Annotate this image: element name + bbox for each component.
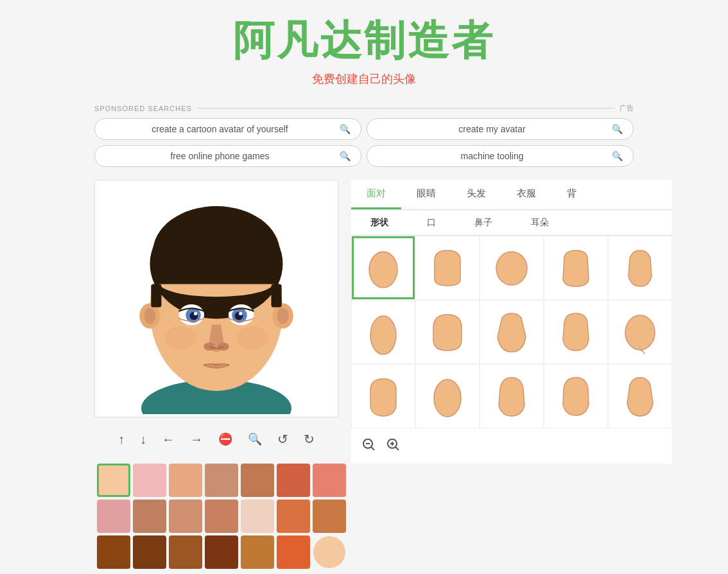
skin-color-4[interactable]	[205, 464, 238, 497]
main-content: ↑ ↓ ← → ⛔ 🔍 ↺ ↻	[43, 180, 685, 571]
search-grid: create a cartoon avatar of yourself 🔍 cr…	[94, 118, 634, 167]
sponsored-section: SPONSORED SEARCHES 广告 create a cartoon a…	[43, 103, 685, 167]
move-down-button[interactable]: ↓	[136, 429, 150, 449]
face-shape-10[interactable]	[609, 300, 672, 363]
skin-color-3[interactable]	[169, 464, 202, 497]
face-shape-5[interactable]	[609, 236, 672, 299]
page-header: 阿凡达制造者 免费创建自己的头像	[0, 0, 728, 93]
sub-tab-nose[interactable]: 鼻子	[455, 211, 512, 235]
svg-point-27	[625, 315, 655, 350]
skin-color-16[interactable]	[133, 535, 166, 569]
skin-color-19[interactable]	[241, 535, 274, 569]
skin-color-17[interactable]	[169, 535, 202, 569]
skin-color-14[interactable]	[313, 500, 346, 533]
face-shape-7[interactable]	[416, 300, 479, 363]
face-shape-8[interactable]	[480, 300, 543, 363]
svg-point-6	[277, 308, 289, 324]
search-item-2[interactable]: create my avatar 🔍	[367, 118, 634, 140]
search-icon-3: 🔍	[340, 151, 351, 161]
tab-face[interactable]: 面对	[351, 180, 401, 209]
skin-color-13[interactable]	[277, 500, 310, 533]
skin-color-12[interactable]	[241, 500, 274, 533]
search-text-3: free online phone games	[105, 151, 334, 161]
face-shape-14[interactable]	[544, 365, 607, 428]
sponsored-header: SPONSORED SEARCHES 广告	[94, 103, 634, 113]
skin-color-10[interactable]	[169, 500, 202, 533]
svg-point-16	[194, 312, 197, 315]
tab-back[interactable]: 背	[551, 180, 592, 209]
tab-hair[interactable]: 头发	[451, 180, 501, 209]
sub-tab-shape[interactable]: 形状	[351, 211, 408, 235]
skin-color-15[interactable]	[97, 535, 130, 569]
svg-point-20	[164, 326, 196, 349]
tab-clothes[interactable]: 衣服	[501, 180, 551, 209]
sponsored-ad-label: 广告	[620, 103, 634, 113]
search-text-1: create a cartoon avatar of yourself	[105, 124, 334, 134]
sub-tab-mouth[interactable]: 口	[408, 211, 455, 235]
grid-zoom-out-button[interactable]	[359, 435, 378, 457]
skin-color-palette	[94, 461, 338, 571]
svg-point-5	[144, 308, 156, 324]
search-text-2: create my avatar	[377, 124, 607, 134]
page-subtitle: 免费创建自己的头像	[0, 71, 728, 87]
face-shape-6[interactable]	[352, 300, 415, 363]
undo-button[interactable]: ↺	[273, 429, 292, 449]
zoom-in-button[interactable]: 🔍	[244, 429, 266, 449]
sponsored-divider	[197, 108, 614, 109]
face-shape-2[interactable]	[416, 236, 479, 299]
redo-button[interactable]: ↻	[300, 429, 318, 449]
editor-tabs: 面对 眼睛 头发 衣服 背	[351, 180, 672, 210]
grid-zoom-in-button[interactable]	[383, 435, 403, 457]
zoom-controls	[351, 428, 672, 464]
svg-rect-22	[151, 284, 161, 308]
svg-point-26	[370, 316, 396, 354]
face-shape-12[interactable]	[416, 365, 479, 428]
sub-tabs: 形状 口 鼻子 耳朵	[351, 211, 672, 236]
move-left-button[interactable]: ←	[158, 429, 178, 449]
skin-color-circle[interactable]	[313, 536, 345, 568]
face-shape-4[interactable]	[544, 236, 607, 299]
face-shape-11[interactable]	[352, 365, 415, 428]
sponsored-label: SPONSORED SEARCHES	[94, 105, 192, 112]
tab-eyes[interactable]: 眼睛	[401, 180, 451, 209]
face-shape-1[interactable]	[352, 236, 415, 299]
skin-color-11[interactable]	[205, 500, 238, 533]
face-shape-grid	[351, 236, 672, 428]
svg-point-21	[236, 326, 268, 349]
search-item-4[interactable]: machine tooling 🔍	[367, 145, 634, 167]
skin-color-1[interactable]	[97, 464, 130, 497]
avatar-display	[94, 180, 338, 417]
skin-color-6[interactable]	[277, 464, 310, 497]
skin-color-8[interactable]	[97, 500, 130, 533]
search-icon-4: 🔍	[612, 151, 623, 161]
svg-point-25	[496, 252, 527, 285]
face-shape-15[interactable]	[609, 365, 672, 428]
svg-point-24	[369, 252, 397, 288]
search-item-1[interactable]: create a cartoon avatar of yourself 🔍	[94, 118, 361, 140]
avatar-panel: ↑ ↓ ← → ⛔ 🔍 ↺ ↻	[94, 180, 338, 571]
avatar-controls: ↑ ↓ ← → ⛔ 🔍 ↺ ↻	[94, 424, 338, 455]
face-shape-9[interactable]	[544, 300, 607, 363]
sub-tab-ear[interactable]: 耳朵	[512, 211, 568, 235]
skin-color-5[interactable]	[241, 464, 274, 497]
move-right-button[interactable]: →	[186, 429, 207, 449]
face-shape-3[interactable]	[480, 236, 543, 299]
search-icon-1: 🔍	[340, 124, 351, 134]
svg-point-28	[434, 379, 461, 417]
move-up-button[interactable]: ↑	[114, 429, 128, 449]
page-title: 阿凡达制造者	[0, 13, 728, 69]
face-shape-13[interactable]	[480, 365, 543, 428]
search-icon-2: 🔍	[612, 124, 623, 134]
avatar-svg	[101, 183, 332, 414]
svg-point-17	[239, 312, 242, 315]
skin-color-20[interactable]	[277, 535, 310, 569]
skin-color-7[interactable]	[313, 464, 346, 497]
zoom-out-button[interactable]: ⛔	[214, 429, 236, 449]
search-item-3[interactable]: free online phone games 🔍	[94, 145, 361, 167]
search-text-4: machine tooling	[377, 151, 607, 161]
svg-line-35	[395, 447, 399, 450]
skin-color-18[interactable]	[205, 535, 238, 569]
skin-color-9[interactable]	[133, 500, 166, 533]
editor-panel: 面对 眼睛 头发 衣服 背 形状 口 鼻子 耳朵	[351, 180, 672, 571]
skin-color-2[interactable]	[133, 464, 166, 497]
